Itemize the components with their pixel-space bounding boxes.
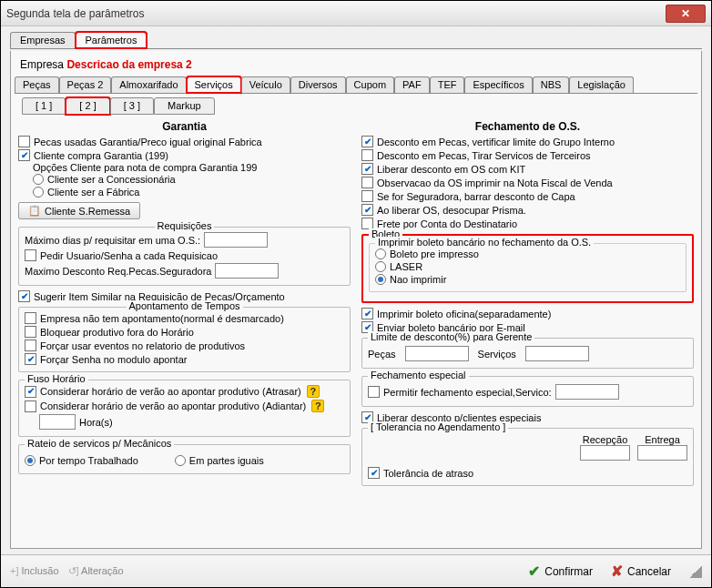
- top-tabs: Empresas Parâmetros: [10, 32, 702, 49]
- tab-veiculo[interactable]: Veículo: [241, 76, 290, 93]
- right-column: Fechamento de O.S. Desconto em Pecas, ve…: [361, 120, 694, 541]
- chk-pedir-usuario[interactable]: [25, 249, 36, 261]
- input-max-dias[interactable]: [204, 232, 268, 248]
- input-horas[interactable]: [39, 414, 76, 430]
- tab-pecas[interactable]: Peças: [15, 76, 59, 93]
- chk-atrasar[interactable]: [25, 386, 36, 398]
- lbl-atrasar: Considerar horário de verão ao apontar p…: [40, 386, 301, 397]
- cancelar-button[interactable]: ✘ Cancelar: [605, 561, 676, 582]
- chk-sem-apont[interactable]: [25, 312, 36, 324]
- input-entrega[interactable]: [637, 445, 687, 461]
- tab-especificos[interactable]: Específicos: [464, 76, 532, 93]
- close-button[interactable]: ✕: [666, 5, 706, 23]
- lbl-pedir-usuario: Pedir Usuario/Senha a cada Requisicao: [40, 250, 218, 261]
- tab-3[interactable]: [ 3 ]: [110, 97, 154, 115]
- btn-cliente-sremessa[interactable]: 📋 Cliente S.Remessa: [18, 202, 140, 219]
- radio-naoimprimir[interactable]: [375, 274, 386, 285]
- lbl-forcar-senha: Forçar Senha no modulo apontar: [40, 354, 187, 365]
- chk-liberar-kit[interactable]: [361, 163, 373, 175]
- check-icon: ✔: [528, 563, 540, 580]
- tab-pecas2[interactable]: Peças 2: [59, 76, 112, 93]
- lbl-opcoes-cliente: Opções Cliente para nota de compra Garan…: [33, 162, 351, 173]
- chk-permitir-especial[interactable]: [368, 386, 380, 398]
- resize-grip[interactable]: [689, 565, 702, 578]
- radio-concessionaria[interactable]: [33, 174, 44, 185]
- tab-servicos[interactable]: Serviços: [187, 76, 241, 93]
- chk-oficina[interactable]: [361, 308, 373, 319]
- input-permitir-especial[interactable]: [555, 384, 619, 400]
- lbl-concessionaria: Cliente ser a Concessionária: [47, 174, 176, 185]
- chk-desc-grupo[interactable]: [361, 136, 373, 147]
- input-max-desc[interactable]: [215, 263, 279, 279]
- lbl-cliente-compra: Cliente compra Garantia (199): [34, 150, 168, 161]
- clipboard-icon: 📋: [28, 205, 41, 217]
- tab-parametros[interactable]: Parâmetros: [76, 32, 147, 48]
- input-recepcao[interactable]: [580, 445, 630, 461]
- tab-nbs[interactable]: NBS: [533, 76, 570, 93]
- lbl-seguradora: Se for Seguradora, barrar desconto de Ca…: [377, 191, 575, 202]
- tab-almoxarifado[interactable]: Almoxarifado: [111, 76, 186, 93]
- confirmar-button[interactable]: ✔ Confirmar: [523, 561, 598, 582]
- rateio-title: Rateio de servicos p/ Mecânicos: [25, 438, 174, 449]
- left-column: Garantia Pecas usadas Garantia/Preco igu…: [18, 120, 351, 541]
- lbl-desc-terc: Desconto em Pecas, Tirar Servicos de Ter…: [377, 150, 591, 161]
- tab-2[interactable]: [ 2 ]: [66, 97, 109, 115]
- radio-partes[interactable]: [175, 455, 186, 466]
- lbl-obs-os: Observacao da OS imprimir na Nota Fiscal…: [377, 177, 613, 188]
- lbl-tempo: Por tempo Trabalhado: [39, 455, 138, 466]
- empresa-row: Empresa Descricao da empresa 2: [15, 55, 697, 76]
- lbl-atraso: Tolerância de atraso: [383, 468, 473, 479]
- footer-inclusao[interactable]: +] Inclusão: [10, 565, 59, 577]
- chk-sugerir[interactable]: [18, 290, 30, 302]
- group-rateio: Rateio de servicos p/ Mecânicos Por temp…: [18, 444, 351, 474]
- chk-obs-os[interactable]: [361, 177, 373, 188]
- chk-forcar-senha[interactable]: [25, 353, 36, 365]
- radio-fabrica[interactable]: [33, 187, 44, 198]
- limite-title: Limite de desconto(%) para Gerente: [368, 331, 534, 342]
- tab-tef[interactable]: TEF: [430, 76, 465, 93]
- tab-paf[interactable]: PAF: [394, 76, 430, 93]
- tab-markup[interactable]: Markup: [154, 97, 215, 115]
- fuso-title: Fuso Horário: [25, 373, 88, 384]
- tab-cupom[interactable]: Cupom: [346, 76, 394, 93]
- radio-tempo[interactable]: [25, 455, 36, 466]
- chk-bloquear[interactable]: [25, 326, 36, 338]
- chk-seguradora[interactable]: [361, 190, 373, 202]
- titlebar: Segunda tela de parâmetros ✕: [1, 1, 711, 26]
- lbl-horas: Hora(s): [79, 417, 113, 428]
- chk-atraso[interactable]: [368, 467, 380, 479]
- chk-adiantar[interactable]: [25, 400, 36, 412]
- tab-legislacao[interactable]: Legislação: [569, 76, 634, 93]
- tab-empresas[interactable]: Empresas: [10, 32, 76, 48]
- group-requisicoes: Requisições Máximo dias p/ requisitar em…: [18, 227, 351, 286]
- help-icon[interactable]: ?: [311, 400, 324, 412]
- tab-1[interactable]: [ 1 ]: [22, 97, 66, 115]
- chk-prisma[interactable]: [361, 204, 373, 216]
- close-icon: ✕: [681, 7, 690, 20]
- lbl-inclusao: Inclusão: [22, 565, 59, 576]
- help-icon[interactable]: ?: [307, 385, 320, 398]
- lbl-partes: Em partes iguais: [189, 455, 264, 466]
- chk-pecas-usadas[interactable]: [18, 136, 30, 147]
- tab-diversos[interactable]: Diversos: [290, 76, 346, 93]
- req-title: Requisições: [155, 220, 215, 231]
- x-icon: ✘: [611, 563, 623, 580]
- chk-desc-terc[interactable]: [361, 149, 373, 161]
- chk-cliente-compra[interactable]: [18, 149, 30, 161]
- lbl-pecas-limite: Peças: [368, 349, 396, 360]
- radio-preimpresso[interactable]: [375, 248, 386, 259]
- tabs-tertiary: [ 1 ] [ 2 ] [ 3 ] Markup: [22, 97, 697, 115]
- input-pecas-limite[interactable]: [405, 346, 469, 361]
- chk-forcar-eventos[interactable]: [25, 340, 36, 351]
- lbl-cancelar: Cancelar: [627, 565, 671, 578]
- lbl-permitir-especial: Permitir fechamento especial,Servico:: [383, 387, 552, 398]
- lbl-laser: LASER: [390, 261, 422, 272]
- footer-alteracao[interactable]: ↺] Alteração: [68, 565, 124, 577]
- lbl-desc-grupo: Desconto em Pecas, vertificar limite do …: [377, 137, 615, 147]
- input-serv-limite[interactable]: [525, 346, 589, 361]
- radio-laser[interactable]: [375, 261, 386, 272]
- lbl-max-dias: Máximo dias p/ requisitar em uma O.S.:: [25, 235, 200, 246]
- lbl-preimpresso: Boleto pre impresso: [390, 248, 479, 259]
- empresa-label: Empresa: [20, 58, 64, 71]
- lbl-liberar-kit: Liberar desconto em OS com KIT: [377, 164, 525, 175]
